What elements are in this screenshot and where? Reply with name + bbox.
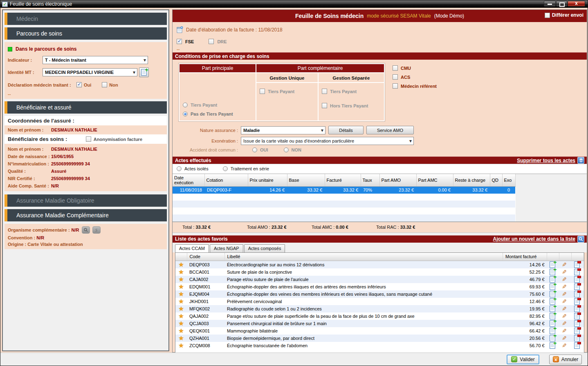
col-part-amc[interactable]: Part AMC (416, 174, 453, 187)
anonymisation-checkbox[interactable] (86, 136, 91, 142)
star-icon[interactable]: ★ (178, 283, 184, 290)
star-icon[interactable]: ★ (178, 320, 184, 327)
document-red-flag-icon[interactable] (574, 261, 580, 268)
add-document-icon[interactable] (550, 320, 555, 327)
add-document-icon[interactable] (550, 269, 555, 275)
trash-icon[interactable] (577, 157, 584, 164)
acte-row-selected[interactable]: 11/08/2018 DEQP003-F 14.26 € 33.32 € 33.… (173, 187, 515, 194)
exoneration-select[interactable]: Issue de la carte vitale ou pas d'éxonér… (241, 137, 414, 145)
fav-acte-row[interactable]: ★ QZHA001 Biopsie dermoépidermique, par … (175, 335, 584, 342)
star-icon[interactable]: ★ (178, 335, 184, 341)
organisme-s-button[interactable]: S (92, 226, 101, 234)
pas-tiers-payant-radio[interactable] (183, 112, 188, 116)
col-qd[interactable]: QD (490, 174, 502, 187)
add-document-icon[interactable] (550, 276, 555, 283)
new-identity-button[interactable] (139, 67, 149, 77)
annuler-button[interactable]: x Annuler (549, 355, 582, 364)
organisme-search-button[interactable] (82, 226, 90, 234)
add-document-icon[interactable] (550, 313, 555, 319)
add-document-icon[interactable] (550, 328, 555, 334)
fav-acte-row[interactable]: ★ BCCA001 Suture de plaie de la conjonct… (175, 268, 584, 276)
traitement-serie-radio[interactable] (223, 166, 228, 171)
star-icon[interactable]: ★ (178, 268, 184, 275)
document-red-flag-icon[interactable] (574, 269, 580, 275)
fav-acte-row[interactable]: ★ DEQP003 Électrocardiographie sur au mo… (175, 261, 584, 269)
pencil-edit-icon[interactable]: ✎ (562, 283, 567, 290)
medecin-referent-row[interactable]: Médecin référent (393, 83, 437, 89)
pencil-edit-icon[interactable]: ✎ (562, 320, 567, 327)
pas-tiers-payant-radio-row[interactable]: Pas de Tiers Payant (183, 112, 252, 116)
document-red-flag-icon[interactable] (574, 313, 580, 319)
section-header-medecin[interactable]: Médecin (4, 13, 167, 25)
star-icon[interactable]: ★ (178, 305, 184, 312)
add-document-icon[interactable] (550, 342, 555, 349)
tiers-payant-radio[interactable] (183, 103, 188, 107)
details-button[interactable]: Détails (328, 126, 364, 134)
col-star[interactable] (175, 253, 187, 261)
gs-tiers-payant-row[interactable]: Tiers Payant (322, 89, 381, 94)
star-icon[interactable]: ★ (178, 276, 184, 283)
document-red-flag-icon[interactable] (574, 283, 580, 290)
col-cotation[interactable]: Cotation (204, 174, 248, 187)
actes-isoles-row[interactable]: Actes isolés (177, 166, 209, 171)
ajouter-acte-link[interactable]: Ajouter un nouvel acte dans la liste (493, 236, 575, 242)
pencil-edit-icon[interactable]: ✎ (562, 342, 567, 349)
supprimer-actes-link[interactable]: Supprimer tous les actes (517, 158, 575, 163)
pencil-edit-icon[interactable]: ✎ (562, 313, 567, 319)
section-header-beneficiaire[interactable]: Bénéficiaire et assuré (4, 101, 167, 114)
cmu-checkbox[interactable] (393, 65, 398, 71)
valider-button[interactable]: ✓ Valider (507, 355, 539, 364)
add-document-icon[interactable] (550, 283, 555, 290)
fav-acte-row[interactable]: ★ JKHD001 Prélèvement cervicovaginal 12.… (175, 298, 584, 305)
pencil-edit-icon[interactable]: ✎ (562, 298, 567, 305)
accident-oui-row[interactable]: OUI (252, 147, 268, 152)
declaration-non-checkbox[interactable] (102, 82, 107, 87)
document-red-flag-icon[interactable] (574, 342, 580, 349)
magnifier-icon[interactable] (577, 236, 584, 243)
restore-button[interactable] (556, 1, 567, 7)
fav-acte-row[interactable]: ★ QAJA002 Parage et/ou suture de plaie s… (175, 312, 584, 320)
tiers-payant-radio-row[interactable]: Tiers Payant (183, 103, 252, 107)
document-red-flag-icon[interactable] (574, 320, 580, 327)
add-document-icon[interactable] (550, 306, 555, 312)
dre-checkbox[interactable] (209, 39, 214, 44)
acs-row[interactable]: ACS (393, 74, 437, 80)
fav-acte-row[interactable]: ★ QEQK001 Mammographie bilatérale 66.42 … (175, 327, 584, 335)
pencil-edit-icon[interactable]: ✎ (562, 276, 567, 283)
traitement-serie-row[interactable]: Traitement en série (223, 166, 269, 171)
col-exo[interactable]: Exo (502, 174, 515, 187)
fav-acte-row[interactable]: ★ EJQM004 Échographie-doppler des veines… (175, 290, 584, 298)
cmu-row[interactable]: CMU (393, 65, 437, 71)
col-date[interactable]: Date exécution (173, 174, 204, 187)
col-prix[interactable]: Prix unitaire (248, 174, 287, 187)
indicateur-select[interactable]: T - Médecin traitant (43, 56, 148, 64)
star-icon[interactable]: ★ (178, 290, 184, 297)
minimize-button[interactable] (544, 1, 556, 7)
add-document-icon[interactable] (550, 335, 555, 341)
star-icon[interactable]: ★ (178, 327, 184, 334)
accident-oui-radio[interactable] (252, 147, 257, 152)
accident-non-row[interactable]: NON (284, 147, 301, 152)
accident-non-radio[interactable] (284, 147, 289, 152)
pencil-edit-icon[interactable]: ✎ (562, 328, 567, 334)
col-taux[interactable]: Taux (361, 174, 379, 187)
tab-actes-ngap[interactable]: Actes NGAP (210, 244, 243, 252)
fav-acte-row[interactable]: ★ QCJA003 Pansement chirurgical initial … (175, 320, 584, 327)
declaration-oui-checkbox[interactable] (76, 82, 82, 87)
gu-tiers-payant-row[interactable]: Tiers Payant (260, 89, 314, 94)
fse-checkbox[interactable] (177, 39, 182, 44)
gs-hors-tiers-payant-row[interactable]: Hors Tiers Payant (322, 103, 381, 108)
acte-row-empty[interactable] (173, 208, 515, 214)
tab-actes-ccam[interactable]: Actes CCAM (175, 244, 209, 252)
document-red-flag-icon[interactable] (574, 298, 580, 305)
pencil-edit-icon[interactable]: ✎ (562, 291, 567, 297)
add-document-icon[interactable] (550, 298, 555, 305)
pencil-edit-icon[interactable]: ✎ (562, 261, 567, 268)
close-button[interactable] (568, 1, 585, 7)
medecin-referent-checkbox[interactable] (393, 83, 398, 89)
section-header-amo[interactable]: Assurance Maladie Obligatoire (4, 194, 167, 207)
document-red-flag-icon[interactable] (574, 328, 580, 334)
pencil-edit-icon[interactable]: ✎ (562, 306, 567, 312)
gs-tiers-payant-checkbox[interactable] (322, 89, 327, 94)
nature-assurance-select[interactable]: Maladie (241, 126, 325, 134)
